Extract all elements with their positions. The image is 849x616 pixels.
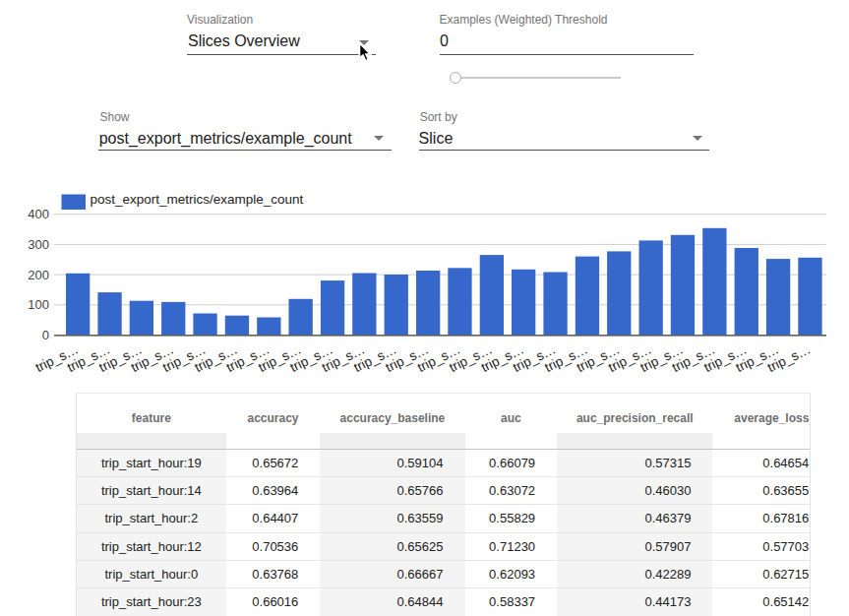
- svg-text:300: 300: [28, 237, 49, 252]
- svg-text:0: 0: [42, 328, 49, 342]
- svg-text:200: 200: [28, 268, 49, 282]
- svg-text:100: 100: [28, 297, 49, 312]
- svg-text:post_export_metrics/example_co: post_export_metrics/example_count: [91, 192, 304, 207]
- svg-text:400: 400: [28, 207, 49, 221]
